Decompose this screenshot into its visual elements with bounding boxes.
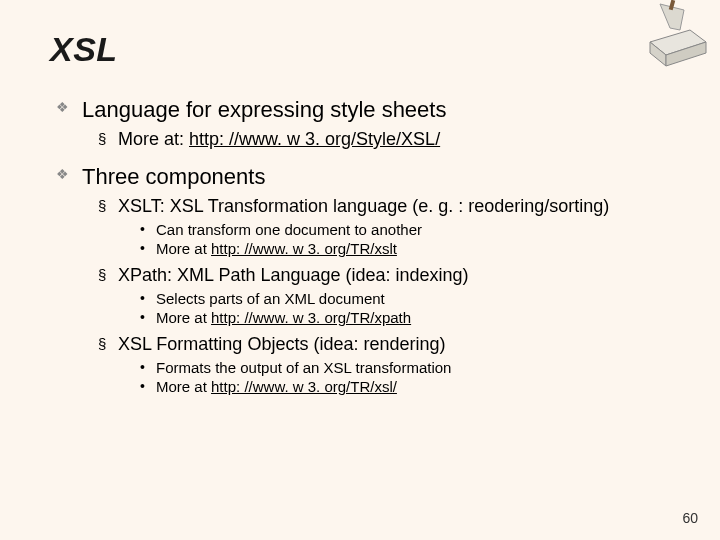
slide-title: XSL xyxy=(50,30,680,69)
detail-prefix: More at xyxy=(156,240,211,257)
bullet-item: Language for expressing style sheets Mor… xyxy=(56,97,680,150)
detail-prefix: More at xyxy=(156,378,211,395)
link-text[interactable]: http: //www. w 3. org/TR/xsl/ xyxy=(211,378,397,395)
link-text[interactable]: http: //www. w 3. org/TR/xslt xyxy=(211,240,397,257)
detail-text: Formats the output of an XSL transformat… xyxy=(156,359,451,376)
link-text[interactable]: http: //www. w 3. org/Style/XSL/ xyxy=(189,129,440,149)
detail-text: Can transform one document to another xyxy=(156,221,422,238)
bullet-text: Language for expressing style sheets xyxy=(82,97,446,122)
detail-bullet: More at http: //www. w 3. org/TR/xsl/ xyxy=(140,378,680,395)
trowel-block-icon xyxy=(630,0,710,70)
sub-text: XSLT: XSL Transformation language (e. g.… xyxy=(118,196,609,216)
detail-bullet: More at http: //www. w 3. org/TR/xslt xyxy=(140,240,680,257)
sub-text: XPath: XML Path Language (idea: indexing… xyxy=(118,265,469,285)
sub-text: XSL Formatting Objects (idea: rendering) xyxy=(118,334,445,354)
detail-prefix: More at xyxy=(156,309,211,326)
bullet-item: Three components XSLT: XSL Transformatio… xyxy=(56,164,680,395)
sub-bullet: XSLT: XSL Transformation language (e. g.… xyxy=(98,196,680,257)
detail-bullet: Formats the output of an XSL transformat… xyxy=(140,359,680,376)
sub-prefix: More at: xyxy=(118,129,189,149)
detail-bullet: Selects parts of an XML document xyxy=(140,290,680,307)
slide: XSL Language for expressing style sheets… xyxy=(0,0,720,540)
detail-text: Selects parts of an XML document xyxy=(156,290,385,307)
sub-bullet: XPath: XML Path Language (idea: indexing… xyxy=(98,265,680,326)
bullet-list: Language for expressing style sheets Mor… xyxy=(56,97,680,395)
page-number: 60 xyxy=(682,510,698,526)
detail-bullet: More at http: //www. w 3. org/TR/xpath xyxy=(140,309,680,326)
bullet-text: Three components xyxy=(82,164,265,189)
sub-bullet: More at: http: //www. w 3. org/Style/XSL… xyxy=(98,129,680,150)
link-text[interactable]: http: //www. w 3. org/TR/xpath xyxy=(211,309,411,326)
sub-bullet: XSL Formatting Objects (idea: rendering)… xyxy=(98,334,680,395)
detail-bullet: Can transform one document to another xyxy=(140,221,680,238)
